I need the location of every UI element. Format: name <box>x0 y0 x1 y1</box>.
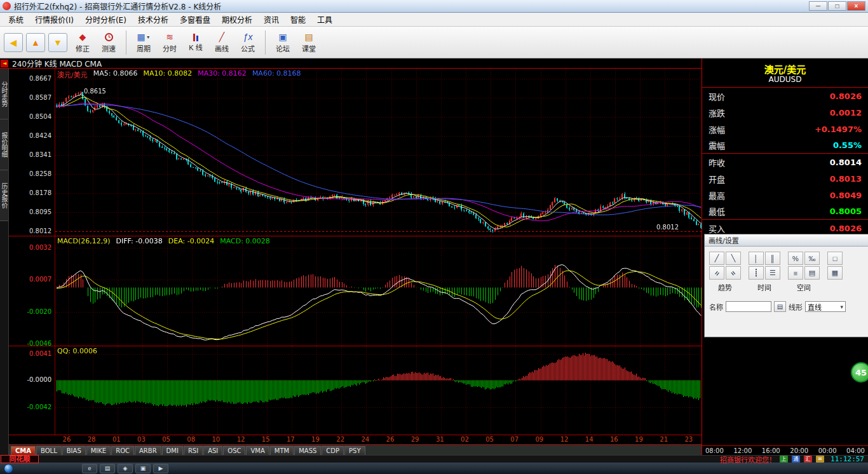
price-channel-tool[interactable]: ≡ <box>788 266 803 280</box>
indicator-tab-mass[interactable]: MASS <box>294 446 321 455</box>
indicator-tab-mike[interactable]: MIKE <box>86 446 111 455</box>
taskbar-app-4[interactable]: ▣ <box>135 464 151 473</box>
restore-button[interactable]: □ <box>828 1 846 11</box>
quote-symbol: AUDUSD <box>702 75 868 88</box>
ths-logo[interactable]: 同花顺 <box>1 455 39 463</box>
taskbar: e ▤ ◈ ▣ ▶ <box>0 463 868 474</box>
menu-intraday-analysis[interactable]: 分时分析(E) <box>79 13 132 26</box>
trend-line-up-tool[interactable]: ╱ <box>709 252 724 265</box>
macd-y-axis: 0.00320.0007-0.0020-0.0046 <box>9 236 53 346</box>
indicator-tab-osc[interactable]: OSC <box>223 446 245 455</box>
golden-section-tool[interactable]: ‰ <box>804 252 820 265</box>
quote-label-open: 开盘 <box>709 173 725 185</box>
indicator-tab-roc[interactable]: ROC <box>111 446 134 455</box>
formula-button[interactable]: ƒx 公式 <box>236 29 260 57</box>
menu-multi-window[interactable]: 多窗看盘 <box>174 13 216 26</box>
speed-test-button[interactable]: 测速 <box>97 29 121 57</box>
start-button[interactable] <box>4 464 13 473</box>
time-label: 04:00 <box>846 447 865 454</box>
welcome-text: 招商银行欢迎您！ <box>720 454 776 464</box>
x-axis-label: 07 <box>510 436 519 443</box>
menu-smart[interactable]: 智能 <box>285 13 311 26</box>
price-chart[interactable] <box>55 69 702 236</box>
indicator-tab-cma[interactable]: CMA <box>11 446 36 455</box>
x-axis-label: 26 <box>63 436 71 443</box>
band-tool[interactable]: ▤ <box>804 266 820 280</box>
time-label: 00:00 <box>818 447 837 454</box>
y-axis-label: 0.8012 <box>29 227 51 234</box>
collapse-sidebar-icon[interactable]: ◄ <box>1 60 8 67</box>
parallel-lines-down-tool[interactable]: = <box>726 266 741 280</box>
indicator-tab-vma[interactable]: VMA <box>246 446 269 455</box>
classroom-button[interactable]: ▤ 课堂 <box>297 29 321 57</box>
indicator-tab-arbr[interactable]: ARBR <box>135 446 161 455</box>
qq-info-line: QQ: 0.0006 <box>57 347 97 355</box>
nav-back-button[interactable]: ◀ <box>4 33 23 52</box>
draw-line-button[interactable]: ╱ 画线 <box>210 29 234 57</box>
taskbar-app-browser[interactable]: e <box>82 464 97 473</box>
menu-news[interactable]: 资讯 <box>258 13 285 26</box>
side-tab-history-quotes[interactable]: 历史报价 <box>0 170 8 221</box>
quote-label-prev-close: 昨收 <box>709 156 725 168</box>
minimize-button[interactable]: ─ <box>809 1 827 11</box>
time-cycle-tool[interactable]: ┋ <box>749 266 764 280</box>
taskbar-app-3[interactable]: ◈ <box>118 464 133 473</box>
floating-notification-badge[interactable]: 45 <box>851 362 868 383</box>
forum-icon: ▣ <box>278 32 287 43</box>
trend-line-down-tool[interactable]: ╲ <box>726 252 741 265</box>
forex-service-icon[interactable]: 汇 <box>804 456 812 463</box>
back-arrow-icon: ◀ <box>10 37 17 48</box>
linetype-select[interactable]: 直线 ▾ <box>805 301 846 312</box>
menu-technical-analysis[interactable]: 技术分析 <box>132 13 174 26</box>
market-status-icon[interactable]: 上 <box>780 456 788 463</box>
close-button[interactable]: × <box>847 1 865 11</box>
price-y-axis: 0.86670.85870.85040.84240.83410.82580.81… <box>9 69 53 236</box>
macd-chart[interactable] <box>55 236 702 346</box>
x-axis-label: 10 <box>212 436 220 443</box>
quote-row-low: 最低0.8005 <box>702 203 868 220</box>
menu-system[interactable]: 系统 <box>3 13 29 26</box>
taskbar-app-5[interactable]: ▶ <box>153 464 168 473</box>
period-button[interactable]: ▦▼ 周期 <box>132 29 156 57</box>
qq-chart[interactable] <box>55 346 702 435</box>
menu-tools[interactable]: 工具 <box>311 13 338 26</box>
quote-row-change: 涨跌0.0012 <box>702 104 868 121</box>
period-icon: ▦▼ <box>137 32 150 43</box>
time-ruler-tool[interactable]: ║ <box>765 252 780 265</box>
side-tab-quote-detail[interactable]: 报价明细 <box>0 119 8 170</box>
indicator-tab-bias[interactable]: BIAS <box>62 446 86 455</box>
grid-tool[interactable]: ▦ <box>827 266 843 280</box>
correction-icon: ◆ <box>79 32 86 43</box>
x-axis-label: 15 <box>262 436 270 443</box>
rectangle-tool[interactable]: □ <box>827 252 843 265</box>
indicator-tab-psy[interactable]: PSY <box>344 446 365 455</box>
vertical-line-tool[interactable]: │ <box>749 252 764 265</box>
indicator-tab-mtm[interactable]: MTM <box>270 446 294 455</box>
kline-button[interactable]: K 线 <box>184 29 208 57</box>
intraday-button[interactable]: ≋ 分时 <box>158 29 182 57</box>
indicator-tab-rsi[interactable]: RSI <box>184 446 203 455</box>
side-tab-intraday-trend[interactable]: 分时走势 <box>0 69 8 119</box>
menu-options-analysis[interactable]: 期权分析 <box>216 13 258 26</box>
parallel-lines-up-tool[interactable]: = <box>709 266 724 280</box>
gann-time-tool[interactable]: ☰ <box>765 266 780 280</box>
forum-button[interactable]: ▣ 论坛 <box>271 29 295 57</box>
percent-retrace-tool[interactable]: % <box>788 252 803 265</box>
quote-row-open: 开盘0.8013 <box>702 170 868 187</box>
note-button[interactable]: ▤ <box>774 301 786 312</box>
indicator-tab-boll[interactable]: BOLL <box>36 446 62 455</box>
indicator-tab-cdp[interactable]: CDP <box>322 446 344 455</box>
indicator-tab-dmi[interactable]: DMI <box>162 446 183 455</box>
nav-down-button[interactable]: ▼ <box>48 33 67 52</box>
menu-quotes[interactable]: 行情报价(I) <box>29 13 79 26</box>
dialog-titlebar[interactable]: 画线/设置 <box>705 234 868 247</box>
ma60-value: MA60: 0.8168 <box>252 69 301 79</box>
correction-button[interactable]: ◆ 修正 <box>71 29 95 57</box>
quote-label-low: 最低 <box>709 205 725 217</box>
name-input[interactable] <box>726 301 771 312</box>
mail-icon[interactable]: ✉ <box>816 456 824 463</box>
nav-up-button[interactable]: ▲ <box>26 33 45 52</box>
taskbar-app-folder[interactable]: ▤ <box>100 464 115 473</box>
connection-icon[interactable]: 通 <box>792 456 800 463</box>
indicator-tab-asi[interactable]: ASI <box>203 446 222 455</box>
